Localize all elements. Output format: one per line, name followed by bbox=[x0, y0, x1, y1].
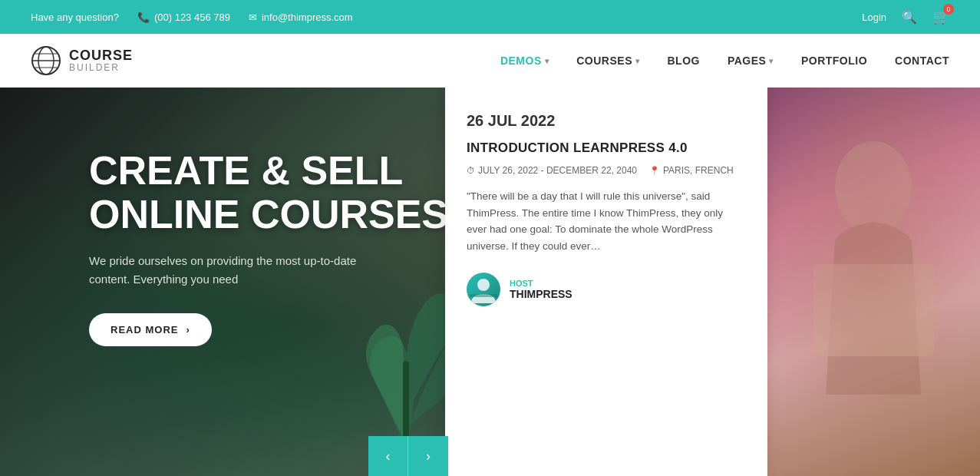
login-link[interactable]: Login bbox=[862, 12, 886, 23]
right-panel-image bbox=[767, 88, 980, 476]
avatar-icon bbox=[467, 273, 500, 306]
topbar-left: Have any question? 📞 (00) 123 456 789 ✉ … bbox=[31, 12, 353, 23]
logo-text: COURSE BUILDER bbox=[69, 48, 133, 74]
hero-section: CREATE & SELL ONLINE COURSES We pride ou… bbox=[0, 88, 980, 476]
host-info: Host THIMPRESS bbox=[510, 279, 572, 300]
cart-count: 0 bbox=[943, 4, 954, 15]
card-excerpt: "There will be a day that I will rule th… bbox=[467, 188, 746, 254]
topbar-question: Have any question? bbox=[31, 12, 119, 23]
pin-icon: 📍 bbox=[649, 166, 660, 176]
nav-courses[interactable]: COURSES ▾ bbox=[576, 55, 639, 67]
read-more-button[interactable]: READ MORE › bbox=[89, 313, 212, 346]
card-host: Host THIMPRESS bbox=[467, 273, 746, 306]
nav-portfolio[interactable]: PORTFOLIO bbox=[801, 55, 867, 67]
nav-blog[interactable]: BLOG bbox=[667, 55, 699, 67]
topbar-email[interactable]: ✉ info@thimpress.com bbox=[249, 12, 353, 23]
next-slide-button[interactable]: › bbox=[408, 436, 448, 476]
logo-icon bbox=[31, 45, 61, 76]
email-icon: ✉ bbox=[249, 12, 257, 23]
card-title[interactable]: INTRODUCTION LEARNPRESS 4.0 bbox=[467, 140, 746, 156]
nav-contact[interactable]: CONTACT bbox=[895, 55, 949, 67]
svg-rect-8 bbox=[813, 264, 934, 356]
logo[interactable]: COURSE BUILDER bbox=[31, 45, 133, 76]
header: COURSE BUILDER DEMOS ▾ COURSES ▾ BLOG PA… bbox=[0, 34, 980, 88]
chevron-down-icon: ▾ bbox=[769, 57, 774, 65]
slider-controls: ‹ › bbox=[368, 436, 448, 476]
svg-point-7 bbox=[835, 141, 912, 233]
right-panel bbox=[767, 88, 980, 476]
prev-slide-button[interactable]: ‹ bbox=[368, 436, 408, 476]
phone-icon: 📞 bbox=[137, 12, 150, 23]
main-nav: DEMOS ▾ COURSES ▾ BLOG PAGES ▾ PORTFOLIO… bbox=[500, 55, 949, 67]
arrow-right-icon: › bbox=[186, 324, 190, 336]
topbar-phone[interactable]: 📞 (00) 123 456 789 bbox=[137, 12, 230, 23]
nav-pages[interactable]: PAGES ▾ bbox=[728, 55, 774, 67]
nav-demos[interactable]: DEMOS ▾ bbox=[500, 55, 549, 67]
hero-title: CREATE & SELL ONLINE COURSES bbox=[89, 149, 448, 236]
clock-icon: ⏱ bbox=[467, 166, 475, 175]
search-icon[interactable]: 🔍 bbox=[902, 10, 917, 25]
hero-content: CREATE & SELL ONLINE COURSES We pride ou… bbox=[89, 149, 448, 346]
chevron-down-icon: ▾ bbox=[545, 57, 549, 65]
hero-subtitle: We pride ourselves on providing the most… bbox=[89, 252, 365, 289]
host-avatar bbox=[467, 273, 500, 306]
meta-location-item: 📍 PARIS, FRENCH bbox=[649, 165, 734, 176]
card-date: 26 JUL 2022 bbox=[467, 112, 746, 130]
card-meta: ⏱ JULY 26, 2022 - DECEMBER 22, 2040 📍 PA… bbox=[467, 165, 746, 176]
topbar-right: Login 🔍 🛒 0 bbox=[862, 8, 949, 25]
meta-date-item: ⏱ JULY 26, 2022 - DECEMBER 22, 2040 bbox=[467, 165, 637, 176]
question-text: Have any question? bbox=[31, 12, 119, 23]
svg-rect-10 bbox=[470, 294, 497, 297]
topbar: Have any question? 📞 (00) 123 456 789 ✉ … bbox=[0, 0, 980, 34]
blog-card: 26 JUL 2022 INTRODUCTION LEARNPRESS 4.0 … bbox=[445, 88, 767, 476]
chevron-down-icon: ▾ bbox=[635, 57, 640, 65]
svg-point-9 bbox=[477, 279, 490, 291]
cart-button[interactable]: 🛒 0 bbox=[932, 8, 949, 25]
